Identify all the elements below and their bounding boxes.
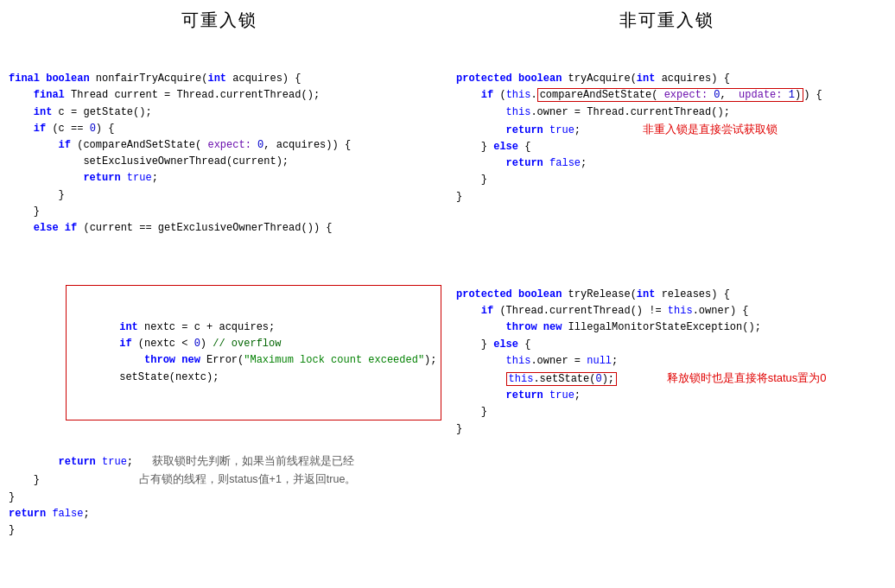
left-top-post: return true; 获取锁时先判断，如果当前线程就是已经 } 占有锁的线程… (9, 452, 439, 539)
right-bottom-code: protected boolean tryRelease(int release… (456, 255, 886, 470)
right-bottom-pre: protected boolean tryRelease(int release… (456, 287, 886, 438)
red-border-block-1: int nextc = c + acquires; if (nextc < 0)… (66, 285, 441, 420)
param-box-1: compareAndSetState( expect: 0, update: 1… (537, 88, 804, 102)
left-top-pre: final boolean nonfairTryAcquire(int acqu… (9, 71, 439, 237)
page-container: 可重入锁 非可重入锁 final boolean nonfairTryAcqui… (0, 0, 895, 588)
left-annotation1b: 占有锁的线程，则status值+1，并返回true。 (139, 473, 356, 485)
left-top-code: final boolean nonfairTryAcquire(int acqu… (9, 39, 439, 571)
headers: 可重入锁 非可重入锁 (0, 9, 895, 32)
left-title: 可重入锁 (181, 9, 257, 32)
red-block-1-pre: int nextc = c + acquires; if (nextc < 0)… (70, 319, 437, 386)
right-top-pre: protected boolean tryAcquire(int acquire… (456, 71, 886, 205)
right-column: protected boolean tryAcquire(int acquire… (452, 39, 886, 588)
right-title: 非可重入锁 (619, 9, 714, 32)
right-annotation1: 非重入锁是直接尝试获取锁 (643, 123, 778, 136)
columns: final boolean nonfairTryAcquire(int acqu… (0, 39, 895, 588)
left-bottom-code: protected final boolean tryRelease(int r… (9, 585, 439, 588)
left-annotation1: 获取锁时先判断，如果当前线程就是已经 (152, 455, 354, 467)
right-annotation2: 释放锁时也是直接将status置为0 (667, 371, 827, 384)
left-column: final boolean nonfairTryAcquire(int acqu… (9, 39, 443, 588)
param-box-2: this.setState(0); (506, 372, 617, 386)
right-top-code: protected boolean tryAcquire(int acquire… (456, 39, 886, 237)
